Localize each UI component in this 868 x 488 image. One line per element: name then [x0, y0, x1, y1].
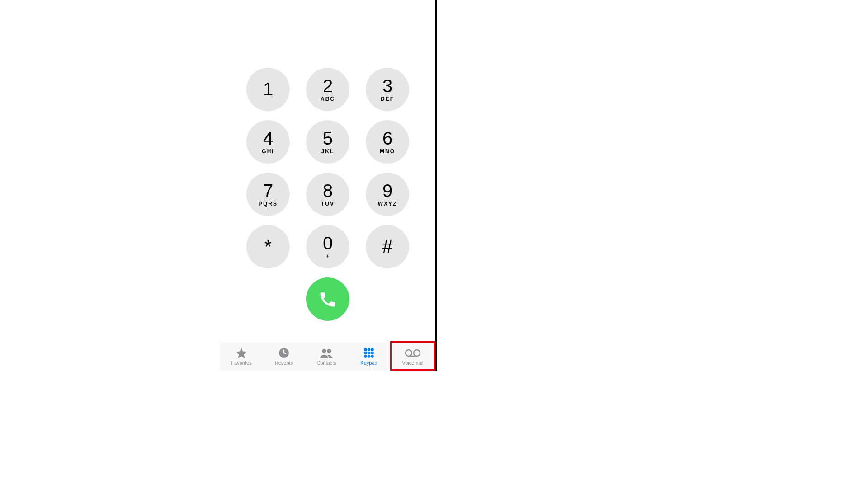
clock-icon [278, 347, 290, 359]
keypad-key-1[interactable]: 1 [246, 68, 290, 111]
tab-label: Favorites [231, 360, 251, 366]
keypad-key-5[interactable]: 5 JKL [306, 120, 349, 164]
svg-point-6 [364, 351, 367, 354]
svg-point-4 [368, 348, 371, 351]
keypad-key-3[interactable]: 3 DEF [366, 68, 409, 111]
keypad-row: * 0 + # [246, 225, 409, 268]
keypad-digit: 0 [323, 234, 333, 252]
keypad-digit: 1 [263, 80, 273, 98]
keypad-row: 1 2 ABC 3 DEF [246, 68, 409, 111]
tab-contacts[interactable]: Contacts [305, 341, 348, 371]
svg-point-11 [371, 355, 374, 358]
tab-label: Keypad [360, 360, 377, 366]
tab-label: Contacts [316, 360, 336, 366]
voicemail-icon [405, 347, 421, 359]
keypad-key-8[interactable]: 8 TUV [306, 173, 349, 216]
call-row [306, 277, 349, 321]
svg-point-10 [368, 355, 371, 358]
keypad-key-hash[interactable]: # [366, 225, 409, 268]
keypad-digit: # [382, 237, 392, 256]
keypad-key-6[interactable]: 6 MNO [366, 120, 409, 164]
svg-point-1 [322, 349, 326, 353]
keypad-row: 7 PQRS 8 TUV 9 WXYZ [246, 173, 409, 216]
svg-point-8 [371, 351, 374, 354]
keypad-letters: GHI [262, 148, 274, 155]
tab-voicemail[interactable]: Voicemail [390, 341, 435, 371]
keypad-letters: DEF [381, 96, 394, 102]
keypad-key-0[interactable]: 0 + [306, 225, 349, 268]
keypad-key-7[interactable]: 7 PQRS [246, 173, 290, 216]
phone-icon [318, 293, 338, 305]
svg-point-5 [371, 348, 374, 351]
svg-point-9 [364, 355, 367, 358]
svg-point-2 [327, 349, 331, 353]
svg-point-12 [406, 350, 412, 356]
tab-favorites[interactable]: Favorites [220, 341, 263, 371]
call-button[interactable] [306, 277, 349, 321]
svg-point-13 [414, 350, 420, 356]
keypad-letters: JKL [321, 148, 335, 155]
keypad-icon [363, 347, 375, 359]
keypad-letters: WXYZ [378, 201, 397, 207]
keypad-digit: 5 [323, 129, 333, 147]
keypad-digit: 4 [263, 129, 273, 147]
keypad-letters: + [326, 253, 330, 259]
keypad-letters: TUV [321, 201, 335, 207]
keypad-letters: ABC [321, 96, 335, 102]
keypad-key-4[interactable]: 4 GHI [246, 120, 290, 164]
keypad-digit: 6 [382, 129, 392, 147]
keypad-key-2[interactable]: 2 ABC [306, 68, 349, 111]
tab-label: Recents [275, 360, 293, 366]
tab-recents[interactable]: Recents [263, 341, 305, 371]
keypad-digit: 7 [263, 182, 273, 200]
tab-bar: Favorites Recents Contacts [220, 341, 435, 371]
keypad-letters: MNO [380, 148, 395, 155]
svg-point-7 [368, 351, 371, 354]
keypad-digit: 3 [382, 77, 392, 95]
star-icon [235, 347, 248, 359]
keypad-letters: PQRS [259, 201, 278, 207]
phone-app: 1 2 ABC 3 DEF 4 GHI 5 JKL 6 MN [220, 0, 437, 371]
keypad-area: 1 2 ABC 3 DEF 4 GHI 5 JKL 6 MN [220, 68, 435, 330]
keypad-key-9[interactable]: 9 WXYZ [366, 173, 409, 216]
keypad-key-star[interactable]: * [246, 225, 290, 268]
tab-label: Voicemail [402, 360, 423, 366]
contacts-icon [319, 347, 334, 359]
tab-keypad[interactable]: Keypad [348, 341, 390, 371]
keypad-digit: 2 [323, 77, 333, 95]
keypad-row: 4 GHI 5 JKL 6 MNO [246, 120, 409, 164]
svg-point-3 [364, 348, 367, 351]
keypad-digit: 8 [323, 182, 333, 200]
keypad-digit: 9 [382, 182, 392, 200]
keypad-digit: * [264, 237, 272, 256]
